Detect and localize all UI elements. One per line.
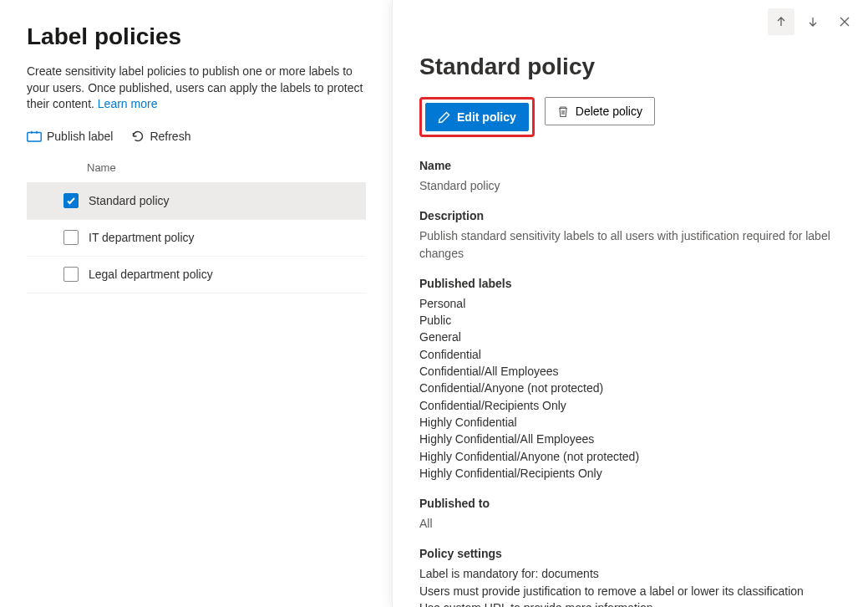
published-labels-label: Published labels: [419, 277, 841, 290]
row-label: IT department policy: [89, 231, 195, 244]
policy-list: Standard policyIT department policyLegal…: [27, 183, 366, 293]
table-row[interactable]: Legal department policy: [27, 257, 366, 293]
published-labels-list: PersonalPublicGeneralConfidentialConfide…: [419, 295, 841, 482]
list-item: Use custom URL to provide more informati…: [419, 599, 841, 607]
delete-policy-label: Delete policy: [576, 105, 642, 118]
edit-button-highlight: Edit policy: [419, 97, 535, 137]
publish-label-button[interactable]: Publish label: [27, 130, 113, 143]
nav-down-button[interactable]: [799, 8, 826, 35]
column-header-name[interactable]: Name: [27, 153, 366, 183]
list-item: Confidential/Recipients Only: [419, 397, 841, 414]
delete-icon: [557, 105, 569, 118]
description-label: Description: [419, 209, 841, 222]
svg-rect-0: [28, 132, 41, 141]
list-item: Users must provide justification to remo…: [419, 583, 841, 599]
row-checkbox[interactable]: [63, 267, 79, 282]
refresh-icon: [131, 130, 145, 143]
list-item: Highly Confidential: [419, 414, 841, 431]
list-item: Public: [419, 312, 841, 329]
panel-controls: [768, 8, 858, 35]
main-content: Label policies Create sensitivity label …: [0, 0, 393, 293]
edit-icon: [438, 111, 450, 124]
toolbar: Publish label Refresh: [27, 130, 366, 143]
policy-settings-list: Label is mandatory for: documentsUsers m…: [419, 565, 841, 607]
edit-policy-button[interactable]: Edit policy: [425, 103, 529, 131]
page-title: Label policies: [27, 23, 366, 50]
published-to-label: Published to: [419, 497, 841, 510]
page-description-text: Create sensitivity label policies to pub…: [27, 64, 363, 110]
check-icon: [66, 196, 76, 206]
panel-action-row: Edit policy Delete policy: [419, 97, 841, 137]
list-item: Highly Confidential/Anyone (not protecte…: [419, 448, 841, 465]
list-item: Highly Confidential/All Employees: [419, 431, 841, 447]
table-row[interactable]: Standard policy: [27, 183, 366, 220]
name-value: Standard policy: [419, 177, 841, 194]
learn-more-link[interactable]: Learn more: [98, 97, 158, 110]
list-item: Confidential/All Employees: [419, 363, 841, 380]
panel-title: Standard policy: [419, 54, 841, 80]
page-description: Create sensitivity label policies to pub…: [27, 64, 366, 113]
list-item: General: [419, 329, 841, 345]
description-value: Publish standard sensitivity labels to a…: [419, 227, 841, 262]
close-button[interactable]: [831, 8, 858, 35]
arrow-up-icon: [775, 16, 787, 28]
publish-icon: [27, 130, 42, 142]
name-label: Name: [419, 159, 841, 172]
published-to-value: All: [419, 515, 841, 532]
details-panel: Standard policy Edit policy Delete polic…: [392, 0, 868, 607]
nav-up-button[interactable]: [768, 8, 794, 35]
refresh-text: Refresh: [150, 130, 190, 143]
close-icon: [839, 16, 850, 28]
row-label: Legal department policy: [89, 268, 213, 281]
publish-label-text: Publish label: [47, 130, 113, 143]
table-row[interactable]: IT department policy: [27, 220, 366, 257]
policy-settings-label: Policy settings: [419, 547, 841, 560]
list-item: Confidential: [419, 346, 841, 363]
row-label: Standard policy: [89, 194, 170, 207]
row-checkbox[interactable]: [63, 230, 79, 245]
list-item: Label is mandatory for: documents: [419, 565, 841, 582]
arrow-down-icon: [807, 16, 819, 28]
delete-policy-button[interactable]: Delete policy: [545, 97, 655, 125]
list-item: Confidential/Anyone (not protected): [419, 380, 841, 396]
edit-policy-label: Edit policy: [457, 110, 516, 124]
row-checkbox[interactable]: [63, 193, 79, 208]
panel-body: Standard policy Edit policy Delete polic…: [393, 0, 868, 607]
list-item: Personal: [419, 295, 841, 312]
list-item: Highly Confidential/Recipients Only: [419, 465, 841, 482]
refresh-button[interactable]: Refresh: [131, 130, 190, 143]
